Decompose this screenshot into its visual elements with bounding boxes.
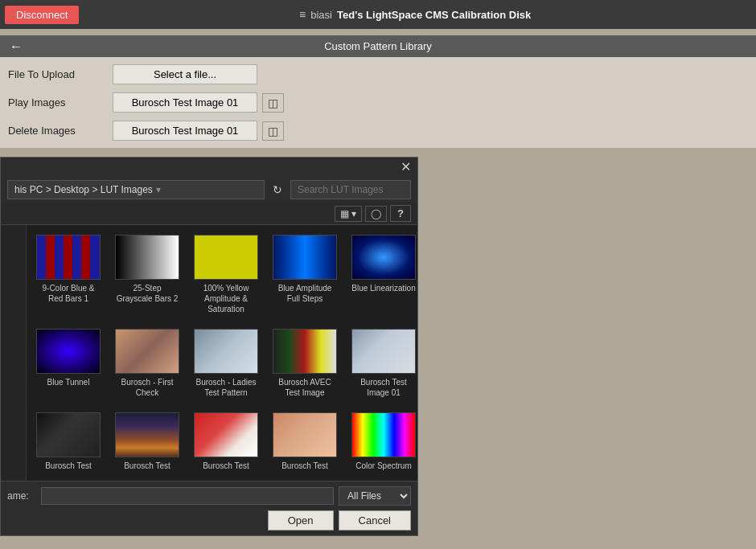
fd-file-item[interactable]: 25-Step Grayscale Bars 2 <box>112 231 183 318</box>
fd-toolbar: his PC > Desktop > LUT Images ▾ ↻ <box>1 177 417 203</box>
fd-thumb-blue-tunnel <box>36 329 101 374</box>
fd-file-item[interactable]: Blue Linearization <box>348 231 417 318</box>
fd-filetype-select[interactable]: All Files <box>339 486 411 506</box>
cpl-label-file-upload: File To Upload <box>8 68 105 80</box>
fd-search-input[interactable] <box>290 180 411 199</box>
fd-sidebar <box>1 225 27 481</box>
cpl-delete-images-btn[interactable]: Burosch Test Image 01 <box>113 121 257 141</box>
fd-file-label: Burosch Test <box>281 461 328 471</box>
fd-file-label: Burosch Test Image 01 <box>351 377 416 398</box>
fd-file-item[interactable]: Burosch Test <box>191 409 261 474</box>
fd-file-item[interactable]: 100% Yellow Amplitude & Saturation <box>191 231 261 318</box>
cpl-play-icon-btn[interactable]: ◫ <box>262 93 284 113</box>
fd-file-item[interactable]: Color Spectrum <box>348 409 417 474</box>
fd-breadcrumb: his PC > Desktop > LUT Images ▾ <box>7 180 265 199</box>
fd-breadcrumb-text: his PC > Desktop > LUT Images <box>14 184 153 195</box>
fd-titlebar: ✕ <box>1 158 417 177</box>
fd-thumb-yellow <box>194 235 258 280</box>
fd-thumb-girls <box>273 412 337 457</box>
app-username: biasi <box>310 9 332 21</box>
fd-file-item[interactable]: Burosch AVEC Test Image <box>269 326 340 401</box>
fd-file-label: Blue Amplitude Full Steps <box>273 283 337 304</box>
disconnect-button[interactable]: Disconnect <box>5 6 79 24</box>
cpl-rows: File To Upload Select a file... Play Ima… <box>0 57 756 148</box>
fd-file-label: Burosch - Ladies Test Pattern <box>194 377 258 398</box>
fd-file-label: Burosch AVEC Test Image <box>273 377 337 398</box>
fd-file-label: Burosch Test <box>124 461 171 471</box>
fd-thumb-blue-amp <box>273 235 337 280</box>
app-title-bar: ≡ biasi Ted's LightSpace CMS Calibration… <box>79 8 751 21</box>
hamburger-icon: ≡ <box>299 8 306 21</box>
cpl-select-file-btn[interactable]: Select a file... <box>113 64 257 84</box>
fd-file-label: Color Spectrum <box>355 461 411 471</box>
fd-thumb-9color <box>36 235 101 280</box>
fd-file-label: Blue Linearization <box>351 283 416 293</box>
fd-file-label: Burosch - First Check <box>115 377 179 398</box>
cpl-control-play-images: Burosch Test Image 01 ◫ <box>113 92 748 113</box>
fd-file-item[interactable]: Burosch Test <box>33 409 104 474</box>
fd-thumb-grayscale <box>115 235 179 280</box>
cpl-panel: ← Custom Pattern Library File To Upload … <box>0 35 756 148</box>
fd-content: 9-Color Blue & Red Bars 125-Step Graysca… <box>1 225 417 481</box>
fd-thumb-test-eye <box>36 412 101 457</box>
cpl-delete-icon-btn[interactable]: ◫ <box>262 121 284 141</box>
cpl-row-delete-images: Delete Images Burosch Test Image 01 ◫ <box>0 117 756 145</box>
fd-file-item[interactable]: Burosch Test <box>112 409 183 474</box>
fd-file-item[interactable]: Burosch Test Image 01 <box>348 326 417 401</box>
fd-filename-label: ame: <box>7 490 36 502</box>
fd-view-btn-2[interactable]: ◯ <box>365 206 387 222</box>
fd-help-button[interactable]: ? <box>390 205 411 222</box>
fd-close-button[interactable]: ✕ <box>399 161 413 174</box>
fd-file-item[interactable]: Burosch Test <box>269 409 340 474</box>
fd-file-label: Burosch Test <box>203 461 249 471</box>
fd-view-toolbar: ▦ ▾ ◯ ? <box>1 203 417 225</box>
fd-thumb-burosch-test <box>351 329 416 374</box>
fd-thumb-ladies <box>194 329 258 374</box>
fd-grid: 9-Color Blue & Red Bars 125-Step Graysca… <box>33 231 411 474</box>
fd-file-item[interactable]: Burosch - First Check <box>112 326 183 401</box>
cpl-play-images-btn[interactable]: Burosch Test Image 01 <box>113 92 257 113</box>
top-bar: Disconnect ≡ biasi Ted's LightSpace CMS … <box>0 0 756 29</box>
fd-filename-row: ame: All Files <box>7 486 411 506</box>
fd-thumb-sunset <box>115 412 179 457</box>
fd-file-item[interactable]: Blue Amplitude Full Steps <box>269 231 340 318</box>
fd-file-item[interactable]: Burosch - Ladies Test Pattern <box>191 326 261 401</box>
fd-file-item[interactable]: Blue Tunnel <box>33 326 104 401</box>
fd-thumb-photo1 <box>115 329 179 374</box>
cpl-title: Custom Pattern Library <box>324 40 432 52</box>
fd-file-label: Burosch Test <box>45 461 92 471</box>
fd-refresh-button[interactable]: ↻ <box>269 182 286 198</box>
fd-action-row: Open Cancel <box>7 510 411 531</box>
fd-file-label: 9-Color Blue & Red Bars 1 <box>36 283 101 304</box>
fd-thumb-blue-lin <box>351 235 416 280</box>
cpl-back-button[interactable]: ← <box>6 39 26 54</box>
fd-open-button[interactable]: Open <box>268 510 334 531</box>
fd-file-item[interactable]: 9-Color Blue & Red Bars 1 <box>33 231 104 318</box>
app-title: Ted's LightSpace CMS Calibration Disk <box>337 9 531 21</box>
fd-breadcrumb-dropdown-icon: ▾ <box>156 184 161 195</box>
fd-bottom-bar: ame: All Files Open Cancel <box>1 481 417 535</box>
cpl-row-play-images: Play Images Burosch Test Image 01 ◫ <box>0 88 756 117</box>
file-dialog: ✕ his PC > Desktop > LUT Images ▾ ↻ ▦ ▾ … <box>0 157 418 536</box>
cpl-label-delete-images: Delete Images <box>8 125 105 137</box>
cpl-header: ← Custom Pattern Library <box>0 35 756 57</box>
fd-thumb-spectrum <box>351 412 416 457</box>
fd-thumb-red-dress <box>194 412 258 457</box>
fd-view-btn-1[interactable]: ▦ ▾ <box>335 206 362 222</box>
fd-thumb-avec <box>273 329 337 374</box>
fd-file-label: 25-Step Grayscale Bars 2 <box>115 283 179 304</box>
fd-file-label: Blue Tunnel <box>47 377 90 387</box>
fd-file-grid[interactable]: 9-Color Blue & Red Bars 125-Step Graysca… <box>27 225 417 481</box>
cpl-control-file-upload: Select a file... <box>113 64 748 84</box>
fd-filename-input[interactable] <box>41 487 334 505</box>
cpl-control-delete-images: Burosch Test Image 01 ◫ <box>113 121 748 141</box>
fd-cancel-button[interactable]: Cancel <box>339 510 411 531</box>
fd-file-label: 100% Yellow Amplitude & Saturation <box>194 283 258 314</box>
cpl-row-file-upload: File To Upload Select a file... <box>0 60 756 88</box>
cpl-label-play-images: Play Images <box>8 96 105 109</box>
